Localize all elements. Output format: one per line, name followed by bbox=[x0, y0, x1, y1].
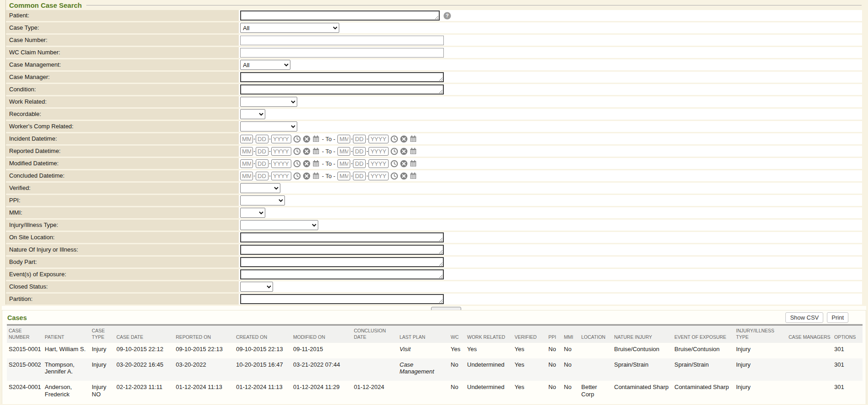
modified-datetime-to-day-input[interactable] bbox=[353, 159, 366, 168]
mmi-select[interactable] bbox=[240, 208, 265, 218]
date-separator: - bbox=[366, 173, 368, 179]
modified-datetime-from-year-input[interactable] bbox=[271, 159, 291, 168]
clock-icon[interactable] bbox=[390, 135, 398, 143]
verified-select[interactable] bbox=[240, 183, 280, 193]
concluded-datetime-to-month-input[interactable] bbox=[337, 172, 350, 180]
cell-mmi: No bbox=[562, 381, 579, 403]
ppi-value-cell bbox=[239, 195, 862, 206]
concluded-datetime-to-year-input[interactable] bbox=[368, 172, 389, 180]
legend-line bbox=[86, 5, 862, 5]
work-related-select[interactable] bbox=[240, 97, 297, 107]
modified-datetime-to-year-input[interactable] bbox=[368, 159, 389, 168]
case-row-s2024-0001[interactable]: S2024-0001Anderson, FrederickInjury NO02… bbox=[7, 381, 863, 403]
patient-textarea[interactable] bbox=[240, 11, 440, 21]
concluded-datetime-from-year-input[interactable] bbox=[271, 172, 291, 180]
column-header-wc: WC bbox=[449, 325, 465, 343]
closed-status-select[interactable] bbox=[240, 282, 273, 292]
reported-datetime-from-day-input[interactable] bbox=[256, 147, 268, 156]
incident-datetime-from-day-input[interactable] bbox=[256, 135, 268, 143]
calendar-icon[interactable] bbox=[410, 160, 417, 167]
clock-icon[interactable] bbox=[293, 160, 301, 168]
clear-icon[interactable] bbox=[400, 172, 408, 180]
calendar-icon[interactable] bbox=[312, 160, 320, 167]
reported-datetime-to-year-input[interactable] bbox=[368, 147, 389, 156]
calendar-icon[interactable] bbox=[410, 147, 417, 155]
clear-icon[interactable] bbox=[303, 135, 310, 143]
reported-datetime-to-month-input[interactable] bbox=[337, 147, 350, 156]
concluded-datetime-to-day-input[interactable] bbox=[353, 172, 366, 180]
clock-icon[interactable] bbox=[293, 135, 301, 143]
print-button[interactable]: Print bbox=[827, 312, 848, 323]
case-row-s2015-0001[interactable]: S2015-0001Hart, William S.Injury09-10-20… bbox=[7, 343, 863, 358]
condition-label: Condition: bbox=[6, 84, 239, 95]
recordable-select[interactable] bbox=[240, 109, 265, 119]
cell-mmi: No bbox=[562, 343, 579, 358]
reported-datetime-from-month-input[interactable] bbox=[240, 147, 253, 156]
clock-icon[interactable] bbox=[390, 172, 398, 180]
concluded-datetime-from-month-input[interactable] bbox=[240, 172, 253, 180]
worker-s-comp-related-select[interactable] bbox=[240, 121, 297, 131]
date-separator: - bbox=[351, 136, 352, 142]
calendar-icon[interactable] bbox=[410, 172, 417, 179]
show-csv-button[interactable]: Show CSV bbox=[785, 312, 823, 323]
cell-location bbox=[579, 358, 612, 381]
reported-datetime-from-year-input[interactable] bbox=[271, 147, 291, 156]
cell-conclusion-date bbox=[352, 358, 398, 381]
concluded-datetime-from-day-input[interactable] bbox=[256, 172, 268, 180]
ppi-select[interactable] bbox=[240, 195, 285, 205]
calendar-icon[interactable] bbox=[312, 147, 320, 155]
partition-textarea[interactable] bbox=[240, 294, 444, 304]
column-header-mmi: MMI bbox=[562, 325, 579, 343]
calendar-icon[interactable] bbox=[312, 135, 320, 142]
reported-datetime-to-day-input[interactable] bbox=[353, 147, 366, 156]
body-part-value-cell bbox=[239, 257, 862, 268]
clock-icon[interactable] bbox=[293, 147, 301, 155]
form-row-partition: Partition: bbox=[6, 294, 862, 305]
column-header-last-plan: LAST PLAN bbox=[398, 325, 449, 343]
incident-datetime-to-month-input[interactable] bbox=[337, 135, 350, 143]
calendar-icon[interactable] bbox=[410, 135, 417, 142]
modified-datetime-from-day-input[interactable] bbox=[256, 159, 268, 168]
cell-case-managers bbox=[787, 381, 832, 403]
modified-datetime-from-month-input[interactable] bbox=[240, 159, 253, 168]
section-title: Common Case Search bbox=[6, 1, 82, 9]
date-separator: - bbox=[269, 160, 271, 167]
clear-icon[interactable] bbox=[400, 135, 408, 143]
clock-icon[interactable] bbox=[390, 147, 398, 155]
clear-icon[interactable] bbox=[303, 172, 310, 180]
calendar-icon[interactable] bbox=[312, 172, 320, 179]
case-number-input[interactable] bbox=[240, 36, 444, 45]
recordable-value-cell bbox=[239, 109, 862, 120]
nature-of-injury-or-illness-textarea[interactable] bbox=[240, 245, 444, 255]
cases-table: CASE NUMBERPATIENTCASE TYPECASE DATEREPO… bbox=[7, 324, 863, 403]
help-icon[interactable]: ? bbox=[443, 12, 451, 20]
injury-illness-type-select[interactable] bbox=[240, 220, 318, 230]
clear-icon[interactable] bbox=[303, 160, 310, 168]
cell-modified-on: 03-21-2022 07:44 bbox=[291, 358, 352, 381]
case-type-select[interactable]: All bbox=[240, 23, 339, 33]
case-manager-textarea[interactable] bbox=[240, 72, 444, 82]
incident-datetime-from-year-input[interactable] bbox=[271, 135, 291, 143]
clear-icon[interactable] bbox=[400, 147, 408, 155]
case-row-s2015-0002[interactable]: S2015-0002Thompson, Jennifer A.Injury03-… bbox=[7, 358, 863, 381]
search-button-clipped[interactable] bbox=[431, 307, 461, 310]
condition-textarea[interactable] bbox=[240, 84, 444, 95]
date-separator: - bbox=[269, 136, 271, 142]
wc-claim-number-input[interactable] bbox=[240, 48, 444, 58]
body-part-textarea[interactable] bbox=[240, 257, 444, 267]
clear-icon[interactable] bbox=[400, 160, 408, 168]
form-row-modified-datetime: Modified Datetime:--- To --- bbox=[6, 158, 862, 169]
cell-ppi: No bbox=[547, 358, 562, 381]
concluded-datetime-label: Concluded Datetime: bbox=[6, 170, 239, 181]
incident-datetime-to-day-input[interactable] bbox=[353, 135, 366, 143]
event-s-of-exposure-textarea[interactable] bbox=[240, 269, 444, 279]
cell-verified: Yes bbox=[513, 343, 547, 358]
case-management-select[interactable]: All bbox=[240, 60, 290, 70]
on-site-location-textarea[interactable] bbox=[240, 232, 444, 242]
clock-icon[interactable] bbox=[293, 172, 301, 180]
incident-datetime-to-year-input[interactable] bbox=[368, 135, 389, 143]
clear-icon[interactable] bbox=[303, 147, 310, 155]
clock-icon[interactable] bbox=[390, 160, 398, 168]
modified-datetime-to-month-input[interactable] bbox=[337, 159, 350, 168]
incident-datetime-from-month-input[interactable] bbox=[240, 135, 253, 143]
